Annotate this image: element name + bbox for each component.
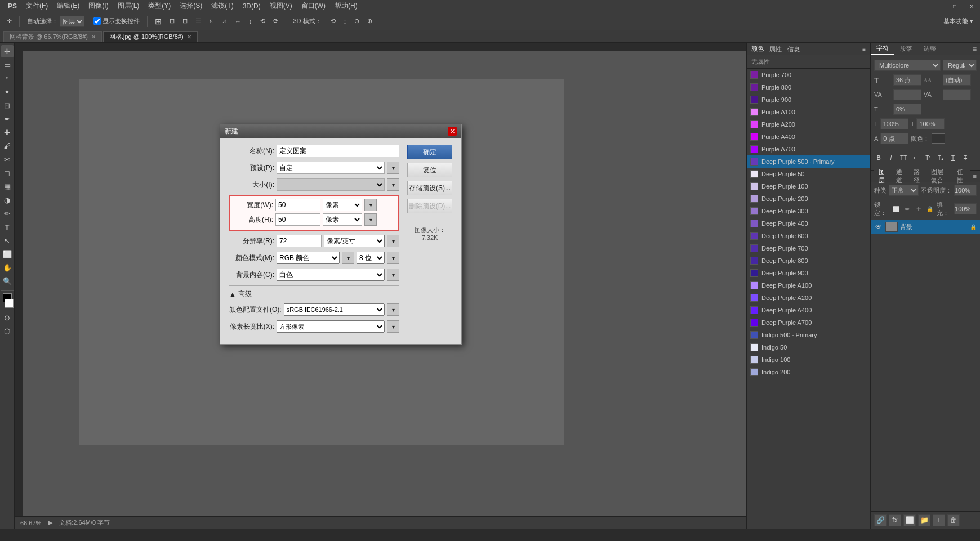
save-preset-button[interactable]: 存储预设(S)...	[407, 181, 452, 195]
italic-icon[interactable]: I	[885, 152, 897, 163]
tool-move[interactable]: ✛	[1, 45, 14, 57]
new-group-button[interactable]: 📁	[918, 514, 930, 526]
layers-tab-paths[interactable]: 路径	[909, 170, 926, 182]
tool-magic-wand[interactable]: ✦	[1, 86, 14, 98]
allcaps-icon[interactable]: TT	[898, 152, 909, 163]
link-layers-button[interactable]: 🔗	[874, 514, 887, 526]
tool-select[interactable]: ▭	[1, 59, 14, 71]
bold-icon[interactable]: B	[873, 152, 884, 163]
add-mask-button[interactable]: ⬜	[903, 514, 916, 526]
list-item[interactable]: Indigo 500 · Primary	[747, 329, 870, 341]
menu-file[interactable]: 文件(F)	[21, 0, 52, 12]
tab-properties[interactable]: 属性	[769, 45, 782, 53]
scale-h-input[interactable]	[880, 118, 908, 129]
list-item[interactable]: Purple A200	[747, 118, 870, 131]
tab-info[interactable]: 信息	[787, 45, 800, 53]
sub-icon[interactable]: T₁	[935, 152, 946, 163]
blend-mode-select[interactable]: 正常	[889, 185, 919, 196]
colormode-select[interactable]: RGB 颜色	[277, 252, 340, 264]
menu-ps[interactable]: PS	[3, 0, 21, 12]
list-item[interactable]: Deep Purple 50	[747, 168, 870, 180]
list-item[interactable]: Deep Purple 400	[747, 217, 870, 230]
list-item[interactable]: Indigo 200	[747, 366, 870, 378]
tab-1-close[interactable]: ✕	[187, 34, 191, 40]
char-panel-menu[interactable]: ≡	[969, 45, 980, 53]
list-item[interactable]: Deep Purple A200	[747, 292, 870, 304]
track-pct-input[interactable]	[893, 104, 921, 115]
toolbar-auto-select[interactable]: 自动选择： 图层	[24, 14, 88, 29]
close-button[interactable]: ✕	[963, 0, 980, 12]
list-item[interactable]: Purple 700	[747, 69, 870, 81]
list-item[interactable]: Purple A100	[747, 106, 870, 118]
3d-btn1[interactable]: ⟲	[327, 14, 339, 29]
list-item[interactable]: Indigo 100	[747, 354, 870, 366]
maximize-button[interactable]: □	[946, 0, 963, 12]
list-item[interactable]: Deep Purple A400	[747, 304, 870, 316]
toolbar-btn2[interactable]: ⊟	[166, 14, 178, 29]
tool-lasso[interactable]: ⌖	[1, 72, 14, 84]
menu-3d[interactable]: 3D(D)	[238, 0, 265, 12]
tab-1[interactable]: 网格.jpg @ 100%(RGB/8#) ✕	[103, 31, 198, 42]
menu-select[interactable]: 选择(S)	[175, 0, 207, 12]
workspace-selector[interactable]: 基本功能 ▾	[940, 14, 977, 29]
height-dropdown-btn[interactable]: ▾	[364, 213, 377, 226]
super-icon[interactable]: T¹	[923, 152, 934, 163]
leading-input[interactable]	[943, 74, 971, 86]
list-item[interactable]: Deep Purple 200	[747, 193, 870, 205]
list-item[interactable]: Purple 800	[747, 81, 870, 93]
menu-view[interactable]: 视图(V)	[265, 0, 297, 12]
font-style-select[interactable]: Regular	[943, 60, 977, 71]
tool-zoom[interactable]: 🔍	[1, 275, 14, 287]
lock-all-icon[interactable]: 🔒	[925, 203, 934, 214]
layer-visibility-icon[interactable]: 👁	[874, 222, 883, 231]
panel-menu-icon[interactable]: ≡	[862, 46, 866, 52]
tab-0-close[interactable]: ✕	[91, 34, 96, 40]
colorprofile-select[interactable]: sRGB IEC61966-2.1	[284, 303, 385, 316]
toolbar-btn5[interactable]: ⊾	[206, 14, 217, 29]
dialog-close-button[interactable]: ✕	[448, 127, 457, 136]
kern-input[interactable]	[893, 89, 921, 100]
menu-image[interactable]: 图像(I)	[84, 0, 113, 12]
table-row[interactable]: 👁 背景 🔒	[871, 220, 980, 234]
layers-tab-comp[interactable]: 图层复合	[926, 170, 952, 182]
list-item[interactable]: Deep Purple A700	[747, 316, 870, 329]
baseline-shift-input[interactable]	[880, 133, 908, 144]
tool-eyedropper[interactable]: ✒	[1, 113, 14, 125]
pixelar-dropdown-btn[interactable]: ▾	[387, 320, 399, 333]
reset-button[interactable]: 复位	[407, 163, 452, 177]
pixelar-select[interactable]: 方形像素	[277, 320, 385, 333]
height-unit-select[interactable]: 像素	[323, 213, 362, 226]
tab-char[interactable]: 字符	[871, 43, 894, 55]
tool-path-select[interactable]: ↖	[1, 234, 14, 247]
list-item[interactable]: Deep Purple 700	[747, 242, 870, 254]
color-panel-header[interactable]: 颜色 属性 信息 ≡	[747, 43, 870, 55]
minimize-button[interactable]: —	[929, 0, 946, 12]
colormode-dropdown-btn[interactable]: ▾	[342, 252, 354, 264]
tool-pen[interactable]: ✏	[1, 207, 14, 220]
background-color[interactable]	[5, 299, 14, 308]
lock-transparent-icon[interactable]: ⬜	[892, 203, 901, 214]
bgcontent-dropdown-btn[interactable]: ▾	[387, 269, 399, 281]
bit-depth-select[interactable]: 8 位	[357, 252, 385, 264]
transform-checkbox[interactable]	[93, 17, 101, 25]
list-item[interactable]: Deep Purple 800	[747, 254, 870, 267]
lock-image-icon[interactable]: ✏	[903, 203, 912, 214]
size-select[interactable]	[277, 178, 385, 191]
auto-select-dropdown[interactable]: 图层	[60, 16, 84, 27]
add-style-button[interactable]: fx	[889, 514, 901, 526]
3d-btn4[interactable]: ⊕	[364, 14, 376, 29]
tool-mode[interactable]: ⊙	[1, 311, 14, 324]
menu-type[interactable]: 类型(Y)	[144, 0, 175, 12]
toolbar-btn4[interactable]: ☰	[192, 14, 204, 29]
list-item[interactable]: Purple 900	[747, 93, 870, 106]
toolbar-transform[interactable]: 显示变换控件	[90, 14, 143, 29]
list-item[interactable]: Deep Purple 100	[747, 180, 870, 193]
layers-tab-extra[interactable]: 任性	[952, 170, 970, 182]
toolbar-btn7[interactable]: ↔	[231, 14, 244, 29]
list-item[interactable]: Deep Purple 300	[747, 205, 870, 217]
height-input[interactable]	[275, 213, 320, 226]
menu-help[interactable]: 帮助(H)	[330, 0, 362, 12]
3d-btn2[interactable]: ↕	[340, 14, 350, 29]
ok-button[interactable]: 确定	[407, 145, 452, 159]
toolbar-btn9[interactable]: ⟲	[257, 14, 269, 29]
